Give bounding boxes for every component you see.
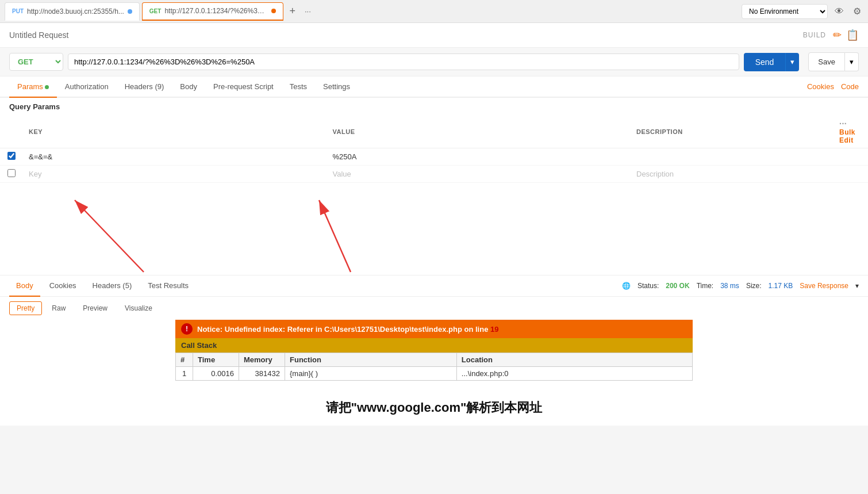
value-cell xyxy=(327,148,631,166)
empty-checkbox-cell xyxy=(0,166,23,183)
tab-headers[interactable]: Headers (9) xyxy=(117,76,172,98)
params-table: KEY VALUE DESCRIPTION ··· Bulk Edit xyxy=(0,116,868,183)
build-button[interactable]: BUILD xyxy=(803,31,826,39)
php-error-line: 19 xyxy=(490,325,498,334)
desc-input[interactable] xyxy=(636,152,828,161)
save-dropdown-button[interactable]: ▾ xyxy=(845,52,859,71)
send-dropdown-button[interactable]: ▾ xyxy=(785,53,799,71)
error-row-memory: 381432 xyxy=(239,367,285,381)
tab-authorization[interactable]: Authorization xyxy=(57,76,117,98)
send-button-group: Send ▾ xyxy=(744,53,800,71)
col-time: Time xyxy=(193,353,239,367)
resp-tab-body[interactable]: Body xyxy=(9,275,40,297)
size-label: Size: xyxy=(746,282,762,290)
code-link[interactable]: Code xyxy=(841,76,859,97)
new-tab-button[interactable]: + xyxy=(286,5,299,17)
tab-more-button[interactable]: ··· xyxy=(301,7,314,16)
get-tab-dot xyxy=(271,9,276,13)
key-input[interactable] xyxy=(29,152,321,161)
table-row-empty xyxy=(0,166,868,183)
value-col-header: VALUE xyxy=(327,116,631,148)
time-value: 38 ms xyxy=(720,282,739,290)
tab-put[interactable]: PUT http://node3.buuoj.cn:25355/h... xyxy=(5,2,140,21)
empty-desc-input[interactable] xyxy=(636,170,828,178)
php-error-wrapper: ! Notice: Undefined index: Referer in C:… xyxy=(175,320,693,381)
annotation-area xyxy=(0,183,868,275)
call-stack-header: Call Stack xyxy=(175,338,693,353)
php-error-header: ! Notice: Undefined index: Referer in C:… xyxy=(175,320,693,338)
format-tabs: Pretty Raw Preview Visualize xyxy=(0,297,868,320)
format-tab-preview[interactable]: Preview xyxy=(75,301,115,315)
error-table: # Time Memory Function Location 1 0.0016… xyxy=(175,353,693,381)
tab-pre-request-script[interactable]: Pre-request Script xyxy=(205,76,282,98)
empty-key-cell xyxy=(23,166,327,183)
desc-col-header: DESCRIPTION xyxy=(631,116,834,148)
svg-line-3 xyxy=(319,200,351,272)
status-value: 200 OK xyxy=(666,282,689,290)
resp-tab-headers[interactable]: Headers (5) xyxy=(86,275,139,297)
params-dot xyxy=(45,85,49,89)
desc-cell xyxy=(631,148,834,166)
status-label: Status: xyxy=(637,282,659,290)
format-tab-pretty[interactable]: Pretty xyxy=(9,301,42,315)
check-col-header xyxy=(0,116,23,148)
save-button[interactable]: Save xyxy=(808,52,845,71)
tab-get[interactable]: GET http://127.0.0.1:1234/?%26%3D... xyxy=(142,2,284,21)
bulk-edit-button[interactable]: Bulk Edit xyxy=(839,128,855,144)
response-status-bar: 🌐 Status: 200 OK Time: 38 ms Size: 1.17 … xyxy=(622,282,859,290)
col-memory: Memory xyxy=(239,353,285,367)
tab-tests[interactable]: Tests xyxy=(282,76,315,98)
url-input[interactable] xyxy=(68,53,739,70)
size-value: 1.17 KB xyxy=(769,282,793,290)
query-params-section: Query Params KEY VALUE DESCRIPTION ··· B… xyxy=(0,98,868,183)
empty-checkbox[interactable] xyxy=(6,169,17,177)
svg-line-2 xyxy=(75,200,144,272)
format-tab-visualize[interactable]: Visualize xyxy=(117,301,160,315)
tab-bar-right: No Environment 👁 ⚙ xyxy=(742,3,863,19)
resp-tab-test-results[interactable]: Test Results xyxy=(141,275,195,297)
note-icon[interactable]: 📋 xyxy=(846,29,859,41)
empty-value-input[interactable] xyxy=(333,170,625,178)
key-col-header: KEY xyxy=(23,116,327,148)
resp-tab-cookies[interactable]: Cookies xyxy=(43,275,83,297)
eye-icon[interactable]: 👁 xyxy=(832,4,846,19)
response-tabs-bar: Body Cookies Headers (5) Test Results 🌐 … xyxy=(0,275,868,297)
send-button[interactable]: Send xyxy=(744,53,786,71)
environment-select[interactable]: No Environment xyxy=(742,4,828,19)
cookies-link[interactable]: Cookies xyxy=(807,76,834,97)
table-row xyxy=(0,148,868,166)
tab-body[interactable]: Body xyxy=(172,76,205,98)
tab-params[interactable]: Params xyxy=(9,76,57,98)
save-response-button[interactable]: Save Response xyxy=(800,282,848,290)
globe-icon: 🌐 xyxy=(622,282,631,290)
empty-row-more-cell xyxy=(834,166,868,183)
get-tab-url: http://127.0.0.1:1234/?%26%3D... xyxy=(164,7,268,15)
save-button-group: Save ▾ xyxy=(804,52,859,71)
empty-key-input[interactable] xyxy=(29,170,321,178)
key-cell xyxy=(23,148,327,166)
response-body: ! Notice: Undefined index: Referer in C:… xyxy=(0,320,868,390)
empty-value-cell xyxy=(327,166,631,183)
row-checkbox-cell xyxy=(0,148,23,166)
row-checkbox[interactable] xyxy=(6,152,17,160)
put-tab-url: http://node3.buuoj.cn:25355/h... xyxy=(27,7,124,16)
put-method-badge: PUT xyxy=(12,8,24,14)
more-dots[interactable]: ··· xyxy=(839,119,847,128)
gear-icon[interactable]: ⚙ xyxy=(851,3,863,19)
format-tab-raw[interactable]: Raw xyxy=(44,301,73,315)
url-bar: GET POST PUT DELETE PATCH Send ▾ Save ▾ xyxy=(0,48,868,76)
php-error-icon: ! xyxy=(181,323,193,335)
value-input[interactable] xyxy=(333,152,625,161)
col-location: Location xyxy=(456,353,692,367)
error-row-location: ...\index.php:0 xyxy=(456,367,692,381)
method-select[interactable]: GET POST PUT DELETE PATCH xyxy=(9,53,63,71)
empty-desc-cell xyxy=(631,166,834,183)
save-response-dropdown[interactable]: ▾ xyxy=(855,282,859,290)
arrow-annotations xyxy=(0,183,868,275)
more-col-header: ··· Bulk Edit xyxy=(834,116,868,148)
error-row-num: 1 xyxy=(176,367,193,381)
tab-settings[interactable]: Settings xyxy=(315,76,358,98)
edit-icon[interactable]: ✏ xyxy=(833,29,842,41)
error-row-time: 0.0016 xyxy=(193,367,239,381)
row-more-cell xyxy=(834,148,868,166)
